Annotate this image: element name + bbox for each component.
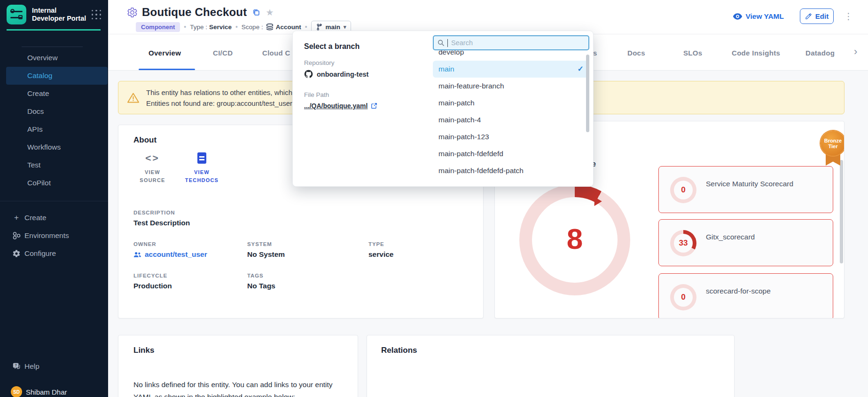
tab-slos[interactable]: SLOs [683,49,702,57]
repository-label: Repository [304,59,335,66]
scorecards-scrollbar[interactable] [840,160,843,263]
view-yaml-button[interactable]: View YAML [733,12,784,21]
account-stack-icon [266,24,274,31]
dot-separator: • [184,23,186,31]
nav-divider [22,47,83,47]
github-icon [304,70,313,79]
system-label: SYSTEM [247,241,368,247]
sidebar-item-configure[interactable]: Configure [0,245,108,262]
about-title: About [133,135,156,145]
document-icon [197,152,206,164]
branch-option-selected[interactable]: main ✓ [433,61,589,78]
page: Internal Developer Portal Overview Catal… [0,0,868,397]
chevron-down-icon: ▾ [344,24,346,30]
branch-option[interactable]: main-patch-4 [433,111,589,128]
more-options-icon[interactable]: ⋮ [844,11,853,22]
page-title: Boutique Checkout [142,6,247,19]
branch-dropdown-title: Select a branch [304,42,360,51]
owner-link[interactable]: account/test_user [133,250,247,259]
repository-name-row: onboarding-test [304,70,368,79]
sidebar-item-overview[interactable]: Overview [0,49,108,67]
sidebar-header: Internal Developer Portal [0,0,108,29]
branch-option[interactable]: main-patch-fdefdefd [433,145,589,162]
scope-value-wrap: Account [266,24,301,31]
entity-header: Boutique Checkout ★ Component • Type : S… [108,0,868,34]
sidebar-nav: Overview Catalog Create Docs APIs Workfl… [0,49,108,192]
lifecycle-label: LIFECYCLE [133,273,247,278]
relations-card: Relations [367,335,735,397]
tab-fragment[interactable]: s [593,49,597,57]
system-value: No System [247,250,368,259]
lifecycle-value: Production [133,282,247,290]
tags-label: TAGS [247,273,368,278]
environments-icon [12,231,21,240]
badge-label: Bronze Tier [821,131,845,156]
sidebar-help: ? Help [0,357,108,375]
eye-icon [733,13,742,20]
sidebar-item-create-entity[interactable]: + Create [0,209,108,227]
branch-list-scrollbar[interactable] [586,55,589,132]
tab-code-insights[interactable]: Code Insights [732,49,780,57]
branch-option[interactable]: main-patch [433,95,589,111]
scorecard-item[interactable]: 0 Service Maturity Scorecard [658,166,833,213]
branch-option[interactable]: main-patch-123 [433,128,589,145]
sidebar: Internal Developer Portal Overview Catal… [0,0,108,397]
view-techdocs-button[interactable]: VIEW TECHDOCS [177,152,227,184]
scorecard-donut: 0 [670,177,696,203]
links-empty-text: No links defined for this entity. You ca… [133,379,344,397]
scorecard-label: Service Maturity Scorecard [706,180,793,188]
gauge-pointer [591,197,602,208]
sidebar-item-copilot[interactable]: CoPilot [0,174,108,192]
type-field-label: TYPE [368,241,468,247]
svg-text:?: ? [15,363,16,367]
sidebar-item-test[interactable]: Test [0,156,108,174]
sidebar-item-apis[interactable]: APIs [0,120,108,138]
scorecard-item[interactable]: 0 scorecard-for-scope [658,273,833,318]
help-chat-icon: ? [12,362,21,371]
type-value: Service [209,24,232,31]
brand-accent-rule [7,29,101,31]
tab-overview[interactable]: Overview [149,49,181,57]
sidebar-item-docs[interactable]: Docs [0,103,108,120]
dot-separator: • [235,23,238,31]
pencil-icon [805,13,812,20]
avatar: SD [11,386,22,397]
sidebar-item-environments[interactable]: Environments [0,227,108,245]
tabs-overflow-chevron-icon[interactable]: › [854,46,857,58]
sidebar-item-workflows[interactable]: Workflows [0,138,108,156]
sidebar-item-create[interactable]: Create [0,85,108,103]
tab-docs[interactable]: Docs [627,49,645,57]
copy-icon[interactable] [252,8,260,16]
branch-option[interactable]: main-feature-branch [433,78,589,95]
description-label: DESCRIPTION [133,210,247,215]
file-path-link[interactable]: .../QA/boutique.yaml [304,102,377,110]
type-field-value: service [368,250,468,259]
scorecard-item[interactable]: 33 Gitx_scorecard [658,219,833,266]
tab-cicd[interactable]: CI/CD [213,49,233,57]
sidebar-secondary-nav: + Create Environments Configure [0,209,108,262]
scope-label: Scope : [242,24,263,31]
scorecard-label: Gitx_scorecard [706,233,755,241]
overall-score-value: 8 [519,222,630,255]
scorecard-donut: 33 [670,230,696,256]
users-icon [133,252,141,258]
banner-line2: Entities not found are: group:account/te… [146,98,292,109]
branch-search-input[interactable] [451,39,585,47]
user-menu[interactable]: SD Shibam Dhar [0,383,108,397]
view-source-button[interactable]: <> VIEW SOURCE [128,152,177,184]
branch-search[interactable] [433,35,589,50]
warning-triangle-icon [127,92,140,103]
edit-button[interactable]: Edit [800,8,834,24]
overall-score-donut: 8 [519,184,630,295]
scope-value: Account [276,24,301,31]
apps-grid-icon[interactable] [91,9,102,20]
tab-datadog[interactable]: Datadog [805,49,835,57]
branch-option[interactable]: main-patch-fdefdefd-patch [433,162,589,179]
favorite-star-icon[interactable]: ★ [266,7,274,18]
scorecard-score: 0 [670,293,696,302]
app-title: Internal Developer Portal [32,7,87,23]
entity-gear-icon [127,7,138,18]
help-button[interactable]: ? Help [0,357,108,375]
tab-cloud-costs[interactable]: Cloud C [262,49,290,57]
sidebar-item-catalog[interactable]: Catalog [6,67,108,85]
